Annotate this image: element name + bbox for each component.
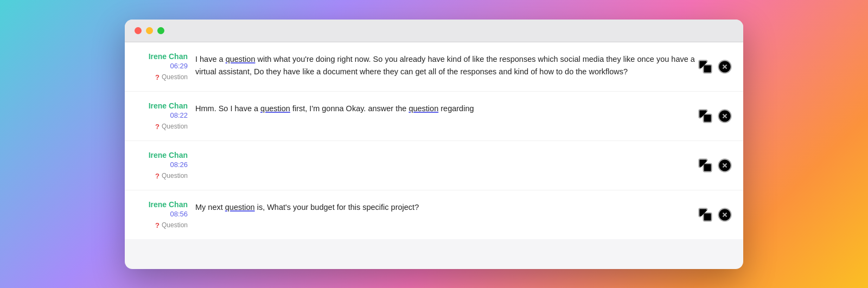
tag-label: Question [162, 172, 188, 180]
segment-actions [698, 108, 732, 124]
copy-icon [698, 108, 713, 124]
question-icon: ? [155, 221, 159, 229]
speaker-name: Irene Chan [136, 200, 188, 209]
svg-rect-4 [704, 114, 712, 122]
close-circle-icon [717, 59, 732, 74]
transcript-text: My next question is, What's your budget … [195, 200, 732, 214]
transcript-text: I have a question with what you're doing… [195, 52, 732, 79]
speaker-info: Irene Chan 06:29 ? Question [136, 52, 195, 81]
tag-row: ? Question [136, 221, 188, 229]
title-bar [125, 20, 743, 42]
maximize-dot[interactable] [157, 27, 164, 34]
timestamp: 08:22 [136, 111, 188, 119]
speaker-name: Irene Chan [136, 151, 188, 159]
remove-button[interactable] [717, 59, 732, 74]
tag-label: Question [162, 123, 188, 130]
question-icon: ? [155, 123, 159, 131]
copy-button[interactable] [698, 207, 713, 222]
transcript-text [195, 151, 732, 152]
tag-row: ? Question [136, 123, 188, 131]
transcript-segment: Irene Chan 06:29 ? Question I have a que… [125, 42, 743, 92]
remove-button[interactable] [717, 207, 732, 222]
copy-icon [698, 207, 713, 222]
copy-icon [698, 158, 713, 173]
remove-button[interactable] [717, 108, 732, 124]
speaker-name: Irene Chan [136, 101, 188, 110]
copy-icon [698, 59, 713, 74]
speaker-info: Irene Chan 08:22 ? Question [136, 101, 195, 131]
segment-actions [698, 207, 732, 222]
close-dot[interactable] [135, 27, 142, 34]
close-circle-icon [717, 207, 732, 222]
speaker-info: Irene Chan 08:26 ? Question [136, 151, 195, 180]
tag-row: ? Question [136, 73, 188, 81]
close-circle-icon [717, 158, 732, 173]
speaker-info: Irene Chan 08:56 ? Question [136, 200, 195, 229]
speaker-name: Irene Chan [136, 52, 188, 61]
copy-button[interactable] [698, 108, 713, 124]
timestamp: 08:26 [136, 161, 188, 169]
tag-row: ? Question [136, 172, 188, 180]
transcript-segment: Irene Chan 08:56 ? Question My next ques… [125, 190, 743, 239]
svg-rect-8 [704, 163, 712, 171]
question-icon: ? [155, 73, 159, 81]
timestamp: 08:56 [136, 210, 188, 218]
svg-rect-0 [704, 65, 712, 73]
tag-label: Question [162, 73, 188, 81]
segment-actions [698, 59, 732, 74]
question-icon: ? [155, 172, 159, 180]
tag-label: Question [162, 221, 188, 229]
main-window: Irene Chan 06:29 ? Question I have a que… [125, 20, 743, 269]
close-circle-icon [717, 108, 732, 124]
segment-actions [698, 158, 732, 173]
copy-button[interactable] [698, 158, 713, 173]
transcript-text: Hmm. So I have a question first, I'm gon… [195, 101, 732, 116]
minimize-dot[interactable] [146, 27, 153, 34]
transcript-content: Irene Chan 06:29 ? Question I have a que… [125, 42, 743, 239]
remove-button[interactable] [717, 158, 732, 173]
transcript-segment: Irene Chan 08:26 ? Question [125, 141, 743, 190]
copy-button[interactable] [698, 59, 713, 74]
transcript-segment: Irene Chan 08:22 ? Question Hmm. So I ha… [125, 92, 743, 141]
svg-rect-12 [704, 213, 712, 221]
timestamp: 06:29 [136, 62, 188, 70]
